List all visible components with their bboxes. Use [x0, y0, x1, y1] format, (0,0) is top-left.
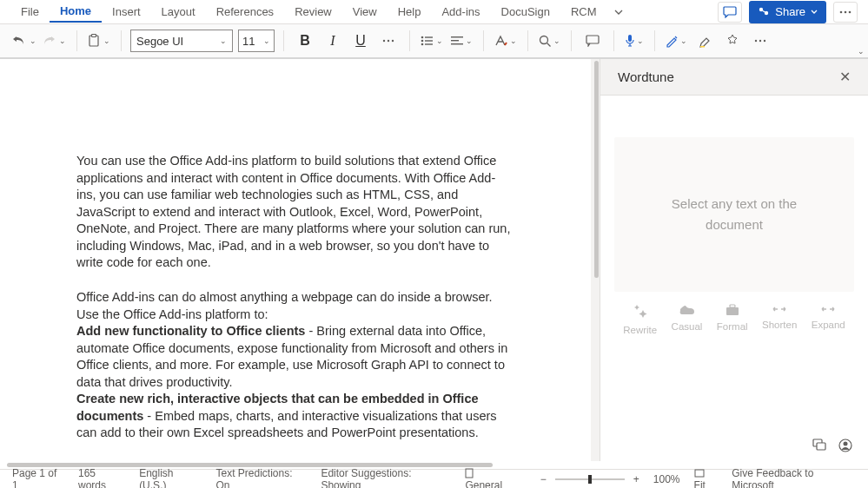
- more-commands-button[interactable]: [748, 29, 772, 53]
- share-label: Share: [775, 5, 805, 18]
- svg-point-4: [849, 10, 851, 13]
- align-button[interactable]: ⌄: [448, 31, 474, 50]
- status-predictions[interactable]: Text Predictions: On: [215, 467, 307, 489]
- svg-point-2: [840, 10, 843, 13]
- dictate-button[interactable]: ⌄: [623, 30, 646, 51]
- underline-button[interactable]: U: [348, 29, 373, 53]
- svg-point-3: [845, 10, 847, 13]
- doc-paragraph-4[interactable]: Create new rich, interactive objects tha…: [76, 391, 514, 442]
- tab-insert[interactable]: Insert: [102, 2, 151, 22]
- tab-addins[interactable]: Add-ins: [431, 2, 490, 22]
- svg-rect-16: [451, 36, 463, 37]
- zoom-slider[interactable]: [555, 478, 625, 480]
- status-lang[interactable]: English (U.S.): [139, 467, 202, 489]
- svg-rect-18: [451, 43, 463, 44]
- font-name-value: Segoe UI: [136, 35, 183, 48]
- pane-placeholder-text: Select any text on the document: [649, 194, 819, 235]
- document-area: You can use the Office Add-ins platform …: [0, 59, 600, 461]
- svg-point-23: [755, 40, 757, 42]
- redo-button[interactable]: ⌄: [40, 31, 68, 50]
- pane-account-icon[interactable]: [838, 439, 852, 452]
- bold-button[interactable]: B: [293, 29, 317, 53]
- svg-point-8: [388, 40, 389, 42]
- svg-point-24: [759, 40, 761, 42]
- italic-button[interactable]: I: [321, 29, 345, 53]
- svg-rect-21: [628, 35, 632, 42]
- status-page[interactable]: Page 1 of 1: [12, 467, 64, 489]
- tab-rcm[interactable]: RCM: [560, 2, 607, 22]
- svg-rect-27: [730, 305, 735, 307]
- find-button[interactable]: ⌄: [537, 31, 562, 51]
- sparkle-icon: [633, 304, 648, 320]
- shorten-button[interactable]: Shorten: [762, 304, 797, 335]
- tab-view[interactable]: View: [342, 2, 388, 22]
- clipboard-button[interactable]: ⌄: [86, 30, 112, 51]
- svg-rect-33: [695, 470, 704, 477]
- doc-paragraph-1[interactable]: You can use the Office Add-ins platform …: [76, 153, 514, 272]
- svg-point-12: [421, 40, 424, 43]
- tab-docusign[interactable]: DocuSign: [491, 2, 560, 22]
- tab-review[interactable]: Review: [284, 2, 342, 22]
- tab-references[interactable]: References: [206, 2, 284, 22]
- share-button[interactable]: Share: [749, 1, 826, 23]
- status-words[interactable]: 165 words: [78, 467, 125, 489]
- expand-button[interactable]: Expand: [812, 304, 845, 335]
- casual-button[interactable]: Casual: [672, 304, 703, 335]
- vertical-scrollbar[interactable]: [593, 61, 600, 455]
- document-page[interactable]: You can use the Office Add-ins platform …: [0, 59, 591, 461]
- toolbar: ⌄ ⌄ ⌄ Segoe UI⌄ 11⌄ B I U ⌄ ⌄ ⌄ ⌄: [0, 24, 868, 59]
- tab-layout[interactable]: Layout: [151, 2, 206, 22]
- svg-point-10: [421, 36, 424, 39]
- svg-rect-29: [817, 443, 825, 450]
- font-name-select[interactable]: Segoe UI⌄: [130, 30, 233, 52]
- horizontal-scrollbar[interactable]: [0, 461, 868, 469]
- svg-point-31: [844, 442, 848, 446]
- svg-point-25: [764, 40, 765, 42]
- doc-paragraph-3[interactable]: Add new functionality to Office clients …: [76, 323, 514, 391]
- pane-close-button[interactable]: ✕: [836, 65, 854, 89]
- comments-button[interactable]: [718, 2, 742, 23]
- undo-button[interactable]: ⌄: [10, 31, 38, 50]
- editor-button[interactable]: ⌄: [664, 31, 689, 51]
- zoom-in-icon[interactable]: +: [633, 473, 639, 485]
- bullets-button[interactable]: ⌄: [419, 31, 445, 50]
- svg-rect-13: [425, 40, 433, 41]
- status-fit[interactable]: Fit: [694, 467, 719, 489]
- tab-home[interactable]: Home: [50, 1, 102, 23]
- svg-rect-11: [425, 36, 433, 37]
- styles-button[interactable]: ⌄: [493, 31, 519, 50]
- comment-insert-button[interactable]: [580, 29, 605, 53]
- ribbon-collapse-icon[interactable]: ⌄: [858, 47, 865, 56]
- zoom-control[interactable]: − +: [540, 473, 639, 485]
- ribbon-tabs: File Home Insert Layout References Revie…: [0, 0, 868, 24]
- briefcase-icon: [725, 304, 740, 316]
- highlight-button[interactable]: [692, 29, 717, 53]
- tab-file[interactable]: File: [10, 2, 50, 22]
- svg-rect-26: [726, 307, 739, 315]
- more-tabs-chevron-icon[interactable]: [607, 4, 630, 20]
- shoe-icon: [679, 304, 695, 316]
- doc-paragraph-2[interactable]: Office Add-ins can do almost anything a …: [76, 289, 514, 323]
- feedback-link[interactable]: Give Feedback to Microsoft: [732, 467, 856, 489]
- zoom-out-icon[interactable]: −: [540, 473, 547, 485]
- svg-rect-22: [700, 46, 705, 48]
- main-area: You can use the Office Add-ins platform …: [0, 59, 868, 461]
- status-zoom[interactable]: 100%: [653, 473, 680, 485]
- pane-chat-icon[interactable]: [812, 439, 826, 452]
- shorten-icon: [772, 304, 787, 314]
- rewrite-button[interactable]: Rewrite: [623, 304, 657, 335]
- font-size-select[interactable]: 11⌄: [238, 30, 275, 52]
- font-size-value: 11: [242, 35, 255, 48]
- more-font-button[interactable]: [376, 29, 401, 53]
- svg-rect-20: [586, 36, 599, 43]
- overflow-button[interactable]: [833, 2, 858, 23]
- designer-button[interactable]: [720, 29, 745, 53]
- svg-rect-17: [451, 40, 459, 41]
- pane-title: Wordtune: [618, 69, 674, 84]
- svg-point-7: [383, 40, 385, 42]
- status-bar: Page 1 of 1 165 words English (U.S.) Tex…: [0, 469, 868, 488]
- tab-help[interactable]: Help: [388, 2, 432, 22]
- status-editor[interactable]: Editor Suggestions: Showing: [321, 467, 451, 489]
- status-sensitivity[interactable]: General: [465, 467, 512, 489]
- formal-button[interactable]: Formal: [717, 304, 748, 335]
